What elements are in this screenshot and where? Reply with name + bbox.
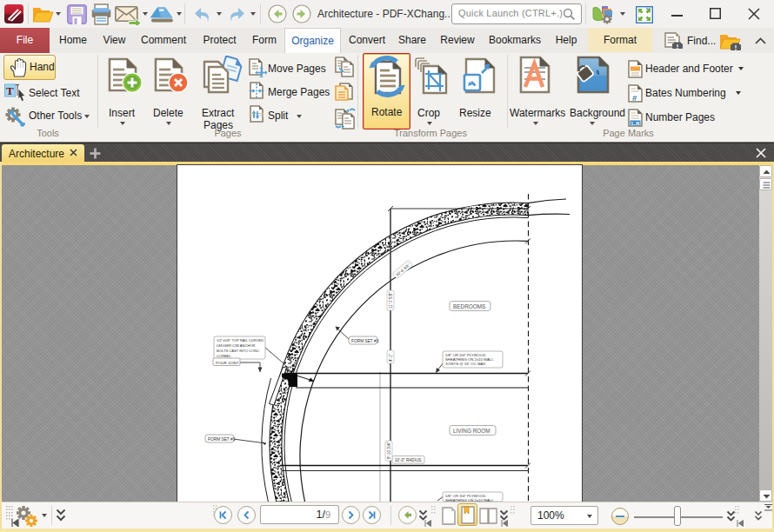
svg-text:POUR JOINT: POUR JOINT: [216, 361, 239, 365]
svg-text:10'-0" RADIUS: 10'-0" RADIUS: [395, 458, 421, 462]
svg-text:1..N: 1..N: [631, 121, 639, 126]
svg-text:LIVING ROOM: LIVING ROOM: [453, 428, 490, 434]
svg-text:JOISTS @ 16" OC MAX: JOISTS @ 16" OC MAX: [445, 362, 485, 366]
svg-text:CORBEL: CORBEL: [217, 354, 232, 358]
svg-text:1/2"x5/8" TOP RAIL CURVED: 1/2"x5/8" TOP RAIL CURVED: [217, 338, 264, 342]
svg-text:11'-7 5/8": 11'-7 5/8": [389, 292, 393, 309]
svg-text:8'-10 3/4": 8'-10 3/4": [387, 442, 391, 459]
svg-text:LEDGER C/W ANCHOR: LEDGER C/W ANCHOR: [217, 343, 256, 348]
svg-text:BOLTS CAST INTO CONC: BOLTS CAST INTO CONC: [217, 349, 259, 353]
svg-text:#: #: [632, 93, 637, 103]
svg-text:FORM SET #3: FORM SET #3: [351, 339, 379, 343]
svg-text:T: T: [6, 84, 14, 97]
svg-text:BEDROOMS: BEDROOMS: [453, 303, 485, 309]
svg-text:FORM SET #3: FORM SET #3: [208, 437, 236, 442]
svg-text:4'-1": 4'-1": [389, 353, 393, 362]
